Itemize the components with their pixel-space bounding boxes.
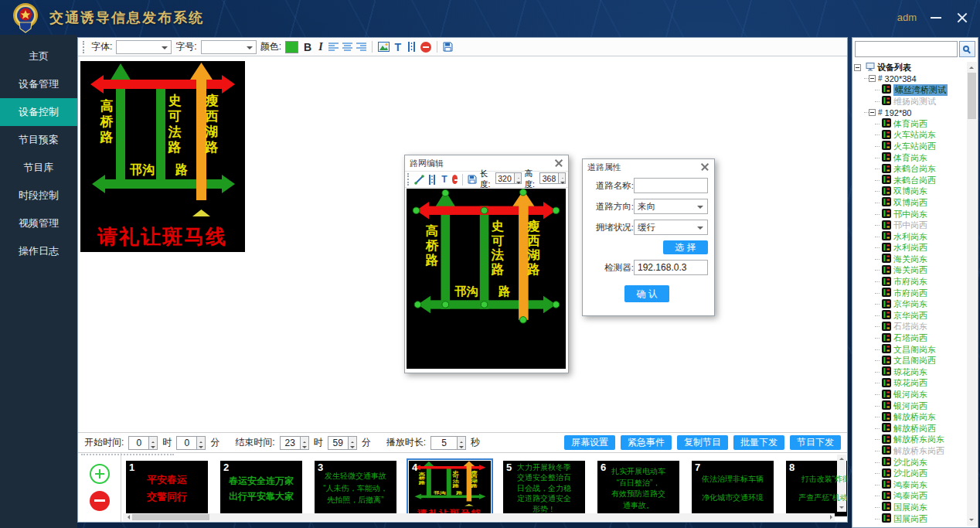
add-page-button[interactable] [90,464,110,484]
italic-button[interactable]: I [317,41,324,53]
close-icon[interactable] [955,11,969,25]
close-icon[interactable] [554,158,563,168]
font-size-select[interactable] [201,40,257,54]
tree-device-解放桥岗西[interactable]: 解放桥岗西 [854,423,966,434]
road-network-tool-icon[interactable] [407,42,417,52]
led-sign-preview[interactable]: 请礼让斑马线高桥路史可法路瘦西湖路邗沟路 [80,61,245,252]
road-network-canvas[interactable]: 高桥路史可法路瘦西湖路邗沟路 [407,189,566,369]
tree-device-京华岗东[interactable]: 京华岗东 [854,298,966,310]
sidebar-item-7[interactable]: 操作日志 [0,237,77,265]
duration-stepper[interactable] [457,436,466,450]
align-center-icon[interactable] [342,43,352,51]
action-button-2[interactable]: 复制节目 [677,435,728,450]
tree-device-邗中岗东[interactable]: 邗中岗东 [854,209,966,220]
save-icon[interactable] [443,42,453,52]
sidebar-item-5[interactable]: 时段控制 [0,182,77,209]
program-page-thumbnail-6[interactable]: 6扎实开展电动车“百日整治”，有效预防道路交通事故。 [597,461,679,516]
tree-device-海关岗东[interactable]: 海关岗东 [854,254,966,265]
end-minute-input[interactable] [328,436,348,450]
tree-device-银河岗西[interactable]: 银河岗西 [854,400,966,412]
align-left-icon[interactable] [328,43,339,51]
bold-button[interactable]: B [302,41,313,53]
road-network-tool-icon[interactable] [427,175,437,185]
tree-device-体育岗东[interactable]: 体育岗东 [854,152,966,164]
tree-device-水利岗东[interactable]: 水利岗东 [854,231,966,243]
tree-device-邗中岗西[interactable]: 邗中岗西 [854,220,966,231]
end-minute-stepper[interactable] [348,436,357,450]
tree-device-水利岗西[interactable]: 水利岗西 [854,243,966,254]
road-direction-select[interactable]: 来向 [634,199,708,214]
insert-image-icon[interactable] [378,42,390,52]
tree-device-市府岗东[interactable]: 市府岗东 [854,276,966,288]
tree-device-火车站岗东[interactable]: 火车站岗东 [854,130,966,141]
logged-in-user[interactable]: adm [897,12,917,23]
action-button-4[interactable]: 节目下发 [790,435,841,450]
start-minute-stepper[interactable] [196,436,206,450]
tree-device-解放桥东岗西[interactable]: 解放桥东岗西 [854,445,966,457]
toolbar-grip[interactable] [83,41,86,53]
tree-device-海关岗西[interactable]: 海关岗西 [854,265,966,277]
tree-device-市府岗西[interactable]: 市府岗西 [854,288,966,299]
action-button-0[interactable]: 屏幕设置 [564,435,615,450]
delete-element-icon[interactable] [420,42,431,53]
tree-device-双博岗东[interactable]: 双博岗东 [854,186,966,198]
remove-page-button[interactable] [90,491,110,511]
tree-group-192*80[interactable]: #192*80 [854,107,966,118]
sidebar-item-1[interactable]: 设备管理 [0,70,77,98]
color-swatch[interactable] [285,41,298,53]
tree-device-来鹤台岗西[interactable]: 来鹤台岗西 [854,175,966,186]
height-input[interactable] [539,172,558,184]
program-page-thumbnail-5[interactable]: 5大力开展秋冬季交通安全整治百日会战，全力稳定道路交通安全形势！ [503,461,585,516]
action-button-3[interactable]: 批量下发 [733,435,784,450]
tree-device-沙北岗西[interactable]: 沙北岗西 [854,468,966,479]
length-stepper[interactable] [514,172,522,184]
align-right-icon[interactable] [356,43,366,51]
program-page-thumbnail-8[interactable]: 8打击改装“炸街”严查严惩“机动车 [786,461,847,516]
tree-device-石塔岗东[interactable]: 石塔岗东 [854,322,966,333]
tree-device-鸿泰岗东[interactable]: 鸿泰岗东 [854,479,966,491]
font-family-select[interactable] [116,40,172,54]
tree-device-文昌阁岗西[interactable]: 文昌阁岗西 [854,355,966,366]
expander-icon[interactable] [854,64,861,71]
action-button-1[interactable]: 紧急事件 [621,435,672,450]
tree-device-文昌阁岗东[interactable]: 文昌阁岗东 [854,344,966,356]
program-page-thumbnail-4[interactable]: 4请礼让斑马线高桥路史可法路瘦西湖路邗沟路 [409,461,491,516]
text-tool-button[interactable]: T [393,41,403,53]
tree-device-火车站岗西[interactable]: 火车站岗西 [854,141,966,152]
tree-device-银河岗东[interactable]: 银河岗东 [854,389,966,400]
select-button[interactable]: 选 择 [663,240,708,254]
tree-device-石塔岗西[interactable]: 石塔岗西 [854,332,966,344]
device-tree-scrollbar[interactable] [967,62,977,526]
tree-device-沙北岗东[interactable]: 沙北岗东 [854,457,966,468]
draw-road-line-icon[interactable] [414,175,424,185]
sidebar-item-2[interactable]: 设备控制 [0,98,77,126]
program-page-thumbnail-3[interactable]: 3发生轻微交通事故“人未伤，车能动，先拍照，后撤离” [315,461,396,516]
end-hour-input[interactable] [280,436,300,450]
device-search-input[interactable] [855,41,958,57]
minimize-icon[interactable] [929,11,943,25]
delete-element-icon[interactable] [452,175,458,184]
tree-root-device-list[interactable]: 设备列表 [854,62,966,73]
close-icon[interactable] [700,162,709,172]
tree-group-320*384[interactable]: #320*384 [854,73,966,85]
save-icon[interactable] [468,175,477,184]
sidebar-item-6[interactable]: 视频管理 [0,209,77,237]
tree-device-螺丝湾桥测试[interactable]: 螺丝湾桥测试 [854,84,966,96]
start-hour-stepper[interactable] [148,436,158,450]
tree-device-京华岗西[interactable]: 京华岗西 [854,310,966,322]
tree-device-解放桥东岗东[interactable]: 解放桥东岗东 [854,434,966,446]
confirm-button[interactable]: 确 认 [624,285,669,302]
road-name-input[interactable] [634,178,708,193]
tree-device-琼花岗西[interactable]: 琼花岗西 [854,378,966,390]
height-stepper[interactable] [558,172,566,184]
sidebar-item-0[interactable]: 主页 [0,43,77,70]
text-tool-button[interactable]: T [440,174,448,185]
start-hour-input[interactable] [128,436,148,450]
search-button[interactable] [959,41,975,57]
tree-device-体育岗西[interactable]: 体育岗西 [854,118,966,130]
program-page-thumbnail-2[interactable]: 2春运安全连万家出行平安靠大家 [220,461,302,516]
tree-device-维扬岗测试[interactable]: 维扬岗测试 [854,96,966,107]
length-input[interactable] [495,172,514,184]
program-page-thumbnail-7[interactable]: 7依法治理非标车辆净化城市交通环境 [692,461,774,516]
sidebar-item-3[interactable]: 节目预案 [0,126,77,154]
